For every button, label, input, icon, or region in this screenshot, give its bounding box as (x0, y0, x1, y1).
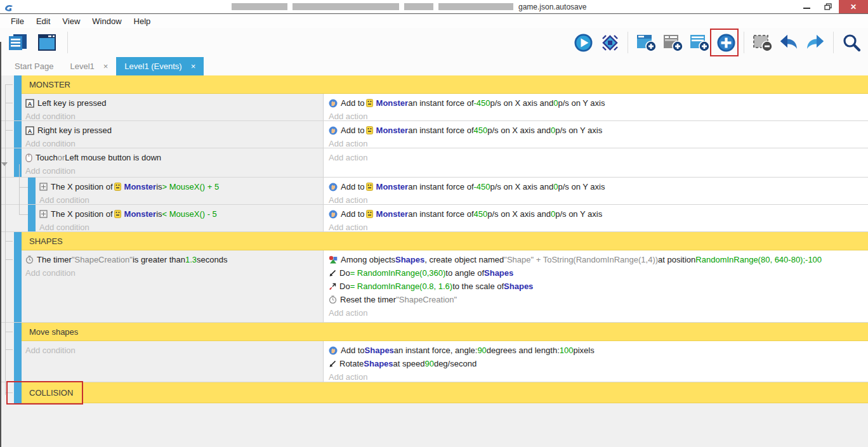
menu-file[interactable]: File (5, 16, 30, 26)
add-condition-link[interactable]: Add condition (25, 110, 323, 120)
event-group-monster[interactable]: MONSTER (0, 75, 868, 94)
actions-cell[interactable]: Add to Shapes an instant force, angle: 9… (324, 341, 868, 382)
add-condition-link[interactable]: Add condition (39, 221, 323, 231)
subevent-row-pos-lt[interactable]: The X position of Monster is < MouseX() … (0, 205, 868, 232)
expression-value: 450 (474, 126, 488, 135)
rotate-icon (329, 269, 336, 277)
expression-value: = RandomInRange(0,360) (350, 268, 446, 278)
event-group-collision[interactable]: COLLISION (0, 382, 868, 403)
add-action-link[interactable]: Add action (329, 137, 868, 148)
restore-icon (824, 3, 832, 10)
add-condition-link[interactable]: Add condition (25, 344, 323, 357)
minimize-button[interactable] (796, 0, 817, 13)
add-action-link[interactable]: Add action (329, 193, 868, 204)
conditions-cell[interactable]: The X position of Monster is < MouseX() … (36, 205, 324, 231)
conditions-cell[interactable]: Touch or Left mouse button is down Add c… (22, 148, 324, 177)
add-action-link[interactable]: Add action (329, 151, 868, 164)
search-icon[interactable] (840, 30, 863, 55)
create-object-icon (329, 256, 338, 264)
delete-event-icon[interactable] (751, 30, 773, 55)
condition-text: The X position of (51, 209, 113, 219)
keyboard-key-icon: A (25, 126, 34, 135)
object-name: Shapes (484, 268, 513, 278)
add-condition-link[interactable]: Add condition (25, 164, 323, 177)
conditions-cell[interactable]: Add condition (22, 341, 324, 382)
tree-gutter (0, 250, 14, 322)
event-group-move-shapes[interactable]: Move shapes (0, 323, 868, 341)
actions-cell[interactable]: Add to Monster an instant force of -450 … (324, 178, 868, 204)
window-title: game.json.autosave (232, 0, 586, 13)
add-event-icon[interactable] (635, 30, 657, 55)
event-row-shape-creation[interactable]: The timer "ShapeCreation" is greater tha… (0, 250, 868, 323)
add-condition-link[interactable]: Add condition (39, 193, 323, 204)
highlight-box-collision (6, 381, 83, 405)
force-icon (329, 210, 338, 219)
conditions-cell[interactable]: A Left key is pressed Add condition (22, 94, 324, 120)
play-icon[interactable] (572, 30, 595, 55)
actions-cell[interactable]: Add action (324, 148, 868, 177)
tree-connector (19, 164, 20, 215)
redacted-text-block (293, 3, 399, 10)
redo-icon[interactable] (804, 30, 827, 55)
toolbar-separator (67, 32, 68, 53)
menu-window[interactable]: Window (86, 16, 128, 26)
action-text: Add to (341, 98, 365, 108)
tree-connector (5, 84, 6, 395)
object-name: Monster (376, 182, 409, 191)
debug-icon[interactable] (598, 30, 621, 55)
event-accent-bar (14, 250, 22, 322)
add-condition-link[interactable]: Add condition (25, 266, 323, 280)
menu-view[interactable]: View (56, 16, 86, 26)
add-action-link[interactable]: Add action (329, 221, 868, 231)
event-row-left-key[interactable]: A Left key is pressed Add condition Add … (0, 94, 868, 121)
timer-icon (329, 295, 337, 304)
actions-cell[interactable]: Add to Monster an instant force of -450 … (324, 94, 868, 120)
expand-arrow-icon[interactable] (1, 162, 8, 166)
event-row-move-shapes[interactable]: Add condition Add to Shapes an instant f… (0, 341, 868, 382)
action-text: Among objects (341, 255, 395, 264)
event-group-shapes[interactable]: SHAPES (0, 232, 868, 250)
mouse-icon (25, 153, 32, 162)
add-action-link[interactable]: Add action (329, 306, 868, 320)
conditions-cell[interactable]: The timer "ShapeCreation" is greater tha… (22, 250, 324, 322)
tab-level1[interactable]: Level1 × (62, 57, 116, 75)
restore-button[interactable] (817, 0, 839, 13)
monster-object-icon (366, 210, 373, 218)
conditions-cell[interactable]: A Right key is pressed Add condition (22, 121, 324, 148)
expression-value: 1.3 (185, 255, 197, 264)
menu-edit[interactable]: Edit (30, 16, 56, 26)
project-documents-icon[interactable] (6, 30, 29, 55)
event-accent-bar (14, 94, 22, 120)
force-icon (329, 126, 338, 135)
tab-close-icon[interactable]: × (103, 62, 109, 71)
tab-start-page[interactable]: Start Page (6, 57, 62, 75)
svg-text:A: A (28, 100, 32, 107)
actions-cell[interactable]: Among objects Shapes , create object nam… (324, 250, 868, 322)
actions-cell[interactable]: Add to Monster an instant force of 450 p… (324, 205, 868, 231)
actions-cell[interactable]: Add to Monster an instant force of 450 p… (324, 121, 868, 148)
action-text: Add to (341, 209, 365, 219)
add-action-link[interactable]: Add action (329, 110, 868, 120)
close-button[interactable]: ✕ (839, 0, 868, 13)
tab-level1-events[interactable]: Level1 (Events) × (116, 57, 204, 75)
redacted-text-block (232, 3, 287, 10)
add-condition-link[interactable]: Add condition (25, 137, 323, 148)
event-row-right-key[interactable]: A Right key is pressed Add condition Add… (0, 121, 868, 148)
tree-connector (5, 130, 13, 131)
monster-object-icon (114, 183, 121, 191)
action-text: Add to (341, 126, 365, 135)
add-subevent-icon[interactable] (688, 30, 711, 55)
position-icon (39, 183, 48, 191)
add-action-link[interactable]: Add action (329, 370, 868, 382)
redacted-text-block (404, 3, 433, 10)
add-comment-icon[interactable] (661, 30, 684, 55)
menu-help[interactable]: Help (128, 16, 157, 26)
action-text: Reset the timer (340, 295, 396, 304)
conditions-cell[interactable]: The X position of Monster is > MouseX() … (36, 178, 324, 204)
scene-window-icon[interactable] (36, 30, 58, 55)
subevent-row-pos-gt[interactable]: The X position of Monster is > MouseX() … (0, 178, 868, 205)
tab-close-icon[interactable]: × (191, 62, 196, 71)
undo-icon[interactable] (777, 30, 800, 55)
group-label: COLLISION (22, 382, 868, 403)
event-row-touch[interactable]: Touch or Left mouse button is down Add c… (0, 148, 868, 178)
